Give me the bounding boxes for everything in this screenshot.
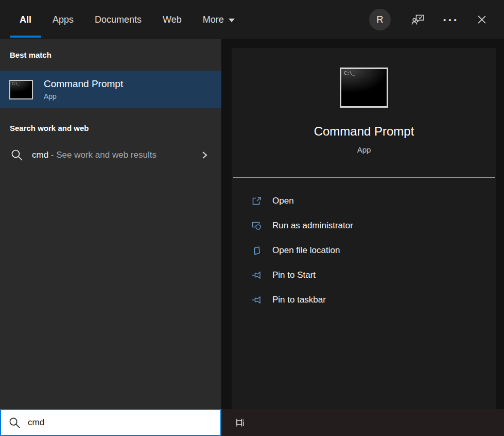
topbar-right-controls: R ••• [369,0,493,39]
chevron-right-icon [200,150,209,160]
taskbar-search-box[interactable] [0,409,221,436]
search-filter-bar: All Apps Documents Web More R [0,0,504,39]
action-open-file-location-label: Open file location [272,245,340,256]
best-match-text: Command Prompt App [44,78,123,100]
tab-all-label: All [20,14,31,25]
tab-more[interactable]: More [203,0,235,39]
web-section-header: Search work and web [0,108,221,140]
action-open[interactable]: Open [232,189,496,213]
tab-more-label: More [203,14,224,25]
best-match-result[interactable]: C:\_ Command Prompt App [0,71,221,108]
avatar[interactable]: R [369,9,391,30]
action-pin-to-taskbar[interactable]: Pin to taskbar [232,288,496,312]
active-tab-underline [10,36,41,38]
details-divider [233,177,495,178]
results-panel: Best match C:\_ Command Prompt App Searc… [0,39,221,409]
web-result-query: cmd [32,150,48,160]
best-match-title: Command Prompt [44,78,123,90]
shield-window-icon [251,220,262,231]
action-pin-to-taskbar-label: Pin to taskbar [272,295,326,305]
action-open-label: Open [272,196,294,206]
best-match-header: Best match [0,39,221,71]
action-pin-to-start-label: Pin to Start [272,270,316,280]
search-icon [8,416,21,429]
search-input[interactable] [28,417,220,428]
tab-apps-label: Apps [53,14,74,25]
taskbar-app-icon[interactable] [228,409,252,436]
tab-all[interactable]: All [20,0,31,39]
details-subtitle: App [232,145,496,154]
web-result-suffix: - See work and web results [48,150,157,160]
filter-tabs: All Apps Documents Web More [20,0,235,39]
details-title: Command Prompt [232,124,496,139]
web-search-result[interactable]: cmd - See work and web results [0,140,221,170]
windows-search-flyout: All Apps Documents Web More R [0,0,504,436]
details-pane: C:\_ Command Prompt App Open [232,48,496,409]
best-match-subtitle: App [44,92,123,100]
feedback-icon[interactable] [407,9,429,30]
tab-documents[interactable]: Documents [95,0,142,39]
preview-region: C:\_ Command Prompt App Open [221,39,504,409]
action-pin-to-start[interactable]: Pin to Start [232,263,496,288]
web-result-text: cmd - See work and web results [32,150,200,160]
chevron-down-icon [229,19,235,22]
pin-icon [251,294,262,306]
cmd-icon-prompt-text: C:\_ [344,71,355,76]
open-in-window-icon [251,195,262,207]
cmd-icon-prompt-text: C:\_ [12,82,19,85]
action-open-file-location[interactable]: Open file location [232,238,496,263]
action-run-as-admin[interactable]: Run as administrator [232,213,496,238]
tab-web-label: Web [163,14,182,25]
more-options-icon[interactable]: ••• [439,9,461,30]
taskbar [0,409,504,436]
tab-apps[interactable]: Apps [53,0,74,39]
tab-documents-label: Documents [95,14,142,25]
pin-icon [251,270,262,281]
action-list: Open Run as administrator [232,189,496,312]
action-run-as-admin-label: Run as administrator [272,221,353,231]
search-icon [10,148,24,162]
file-location-icon [251,245,262,256]
ellipsis-glyph: ••• [441,15,459,24]
tab-web[interactable]: Web [163,0,182,39]
close-icon[interactable] [471,9,493,30]
command-prompt-icon-large: C:\_ [340,68,388,108]
command-prompt-icon: C:\_ [9,80,33,99]
